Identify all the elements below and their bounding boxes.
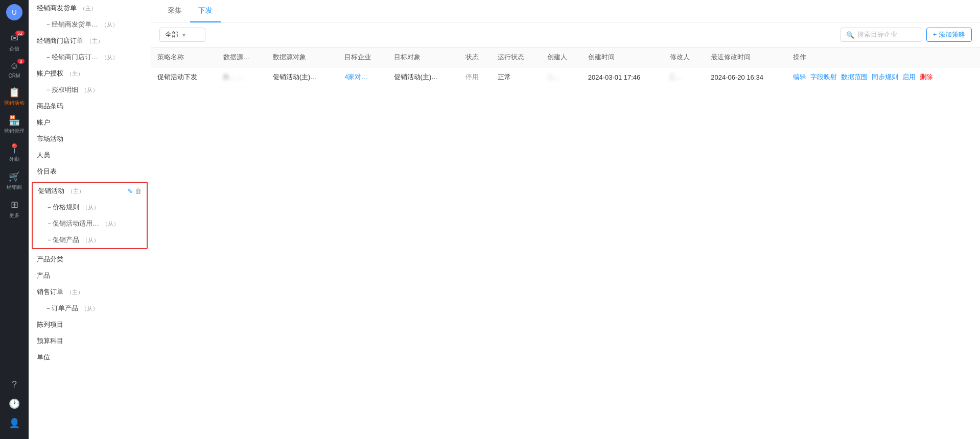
edit-icon[interactable]: ✎ bbox=[127, 187, 133, 195]
cell-actions: 编辑 字段映射 数据范围 同步规则 启用 删除 bbox=[787, 67, 980, 87]
tree-item-label: －促销活动适用… bbox=[46, 219, 99, 228]
search-enterprise-input[interactable]: 🔍 搜索目标企业 bbox=[841, 28, 922, 42]
sidebar-item-email[interactable]: ✉ 企信 52 bbox=[0, 29, 29, 57]
sidebar-item-field[interactable]: 📍 外勤 bbox=[0, 139, 29, 167]
tree-item-label: 陈列项目 bbox=[37, 320, 63, 329]
tree-item-dealer-store-order[interactable]: 经销商门店订单 （主） bbox=[29, 33, 151, 49]
field-mapping-action[interactable]: 字段映射 bbox=[810, 72, 837, 82]
col-target-enterprise: 目标企业 bbox=[338, 47, 387, 67]
tree-panel: 经销商发货单 （主） －经销商发货单… （从） 经销商门店订单 （主） －经销商… bbox=[29, 0, 151, 439]
tree-item-label: 经销商门店订单 bbox=[37, 36, 83, 45]
tree-item-label: 人员 bbox=[37, 151, 50, 160]
sidebar-item-history[interactable]: 🕐 bbox=[9, 394, 20, 413]
sidebar-item-ecom[interactable]: 🛒 经销商 bbox=[0, 167, 29, 195]
tree-item-promo-product[interactable]: －促销产品 （从） bbox=[33, 232, 147, 248]
tree-item-label: 市场活动 bbox=[37, 134, 63, 143]
cell-run-status: 正常 bbox=[492, 67, 541, 87]
sync-rule-action[interactable]: 同步规则 bbox=[872, 72, 898, 82]
tree-item-label: 账户 bbox=[37, 118, 50, 127]
tab-collect-label: 采集 bbox=[168, 6, 182, 14]
tab-distribute-label: 下发 bbox=[198, 6, 213, 14]
avatar: U bbox=[6, 4, 22, 20]
more-icon: ⊞ bbox=[11, 199, 18, 210]
tree-item-label: 产品 bbox=[37, 271, 50, 280]
tree-item-order-product[interactable]: －订单产品 （从） bbox=[29, 300, 151, 316]
sidebar-item-marketing-mgmt[interactable]: 🏪 营销管理 bbox=[0, 111, 29, 139]
field-icon: 📍 bbox=[9, 143, 20, 154]
sidebar-item-more[interactable]: ⊞ 更多 bbox=[0, 195, 29, 223]
col-run-status: 运行状态 bbox=[492, 47, 541, 67]
tree-item-label: 价目表 bbox=[37, 167, 57, 176]
tree-item-product-barcode[interactable]: 商品条码 bbox=[29, 98, 151, 114]
cell-data-source: 数… … bbox=[217, 67, 266, 87]
tree-item-price-list[interactable]: 价目表 bbox=[29, 163, 151, 180]
sidebar-item-marketing-activity[interactable]: 📋 营销活动 bbox=[0, 83, 29, 111]
tree-item-label: －促销产品 bbox=[46, 235, 79, 245]
tree-item-market-activity[interactable]: 市场活动 bbox=[29, 131, 151, 147]
tree-item-dealer-invoice[interactable]: 经销商发货单 （主） bbox=[29, 0, 151, 16]
tree-item-promo-apply[interactable]: －促销活动适用… （从） bbox=[33, 215, 147, 232]
sidebar-item-crm[interactable]: ☺ CRM 8 bbox=[0, 57, 29, 83]
tree-item-exclusion[interactable]: 陈列项目 bbox=[29, 316, 151, 333]
col-actions: 操作 bbox=[787, 47, 980, 67]
search-icon: 🔍 bbox=[846, 31, 854, 39]
table-row: 促销活动下发 数… … 促销活动(主)… 4家对… 促销活动(主)… 停用 正常… bbox=[151, 67, 980, 87]
tree-item-label: －订单产品 bbox=[45, 304, 78, 313]
tree-item-account-auth[interactable]: 账户授权 （主） bbox=[29, 65, 151, 82]
edit-action[interactable]: 编辑 bbox=[793, 72, 806, 82]
enable-action[interactable]: 启用 bbox=[902, 72, 916, 82]
user-icon: 👤 bbox=[9, 418, 20, 429]
sidebar-item-label: 经销商 bbox=[7, 184, 22, 191]
ecom-icon: 🛒 bbox=[9, 171, 20, 182]
search-placeholder: 搜索目标企业 bbox=[857, 30, 897, 39]
col-data-source-obj: 数据源对象 bbox=[267, 47, 338, 67]
email-badge: 52 bbox=[15, 31, 25, 36]
tree-item-label: 商品条码 bbox=[37, 102, 63, 111]
tree-item-dealer-invoice-sub[interactable]: －经销商发货单… （从） bbox=[29, 16, 151, 33]
delete-action[interactable]: 删除 bbox=[920, 72, 933, 82]
tree-item-actions: ✎ 🗑 bbox=[127, 187, 142, 195]
target-enterprise-link[interactable]: 4家对… bbox=[344, 73, 368, 81]
cell-create-time: 2024-03-01 17:46 bbox=[582, 67, 664, 87]
data-range-action[interactable]: 数据范围 bbox=[841, 72, 868, 82]
sidebar-item-label: 营销管理 bbox=[4, 128, 25, 135]
tree-item-sales-order[interactable]: 销售订单 （主） bbox=[29, 284, 151, 300]
sidebar-item-user[interactable]: 👤 bbox=[9, 413, 20, 433]
marketing-activity-icon: 📋 bbox=[9, 87, 20, 98]
tab-collect[interactable]: 采集 bbox=[159, 0, 190, 22]
toolbar-left: 全部 ▼ bbox=[159, 28, 205, 42]
tree-item-personnel[interactable]: 人员 bbox=[29, 147, 151, 163]
cell-target-obj: 促销活动(主)… bbox=[388, 67, 459, 87]
cell-target-enterprise[interactable]: 4家对… bbox=[338, 67, 387, 87]
cell-creator: 二… bbox=[541, 67, 582, 87]
filter-select[interactable]: 全部 ▼ bbox=[159, 28, 205, 42]
tab-distribute[interactable]: 下发 bbox=[190, 0, 221, 22]
col-modify-time: 最近修改时间 bbox=[705, 47, 787, 67]
cell-strategy-name: 促销活动下发 bbox=[151, 67, 217, 87]
col-creator: 创建人 bbox=[541, 47, 582, 67]
sidebar-item-label: 外勤 bbox=[9, 156, 19, 163]
tabs-bar: 采集 下发 bbox=[151, 0, 980, 22]
chevron-down-icon: ▼ bbox=[181, 32, 186, 38]
tree-item-price-rule[interactable]: －价格规则 （从） bbox=[33, 199, 147, 215]
tree-item-label: －经销商发货单… bbox=[45, 20, 98, 29]
tree-item-account[interactable]: 账户 bbox=[29, 114, 151, 131]
delete-icon[interactable]: 🗑 bbox=[135, 187, 142, 195]
tree-item-promo-activity[interactable]: 促销活动 （主） ✎ 🗑 bbox=[33, 183, 147, 199]
icon-bar: U ✉ 企信 52 ☺ CRM 8 📋 营销活动 🏪 营销管理 📍 外勤 🛒 经… bbox=[0, 0, 29, 439]
tree-item-budget-subject[interactable]: 预算科目 bbox=[29, 333, 151, 349]
toolbar-right: 🔍 搜索目标企业 + 添加策略 bbox=[841, 28, 972, 42]
col-create-time: 创建时间 bbox=[582, 47, 664, 67]
sidebar-item-help[interactable]: ? bbox=[9, 375, 20, 394]
sidebar-item-label: 营销活动 bbox=[4, 100, 25, 107]
filter-select-value: 全部 bbox=[165, 30, 178, 39]
cell-data-source-obj: 促销活动(主)… bbox=[267, 67, 338, 87]
tree-item-dealer-store-order-sub[interactable]: －经销商门店订… （从） bbox=[29, 49, 151, 65]
add-strategy-button[interactable]: + 添加策略 bbox=[926, 28, 972, 42]
col-target-obj: 目标对象 bbox=[388, 47, 459, 67]
col-status: 状态 bbox=[459, 47, 492, 67]
tree-item-product[interactable]: 产品 bbox=[29, 267, 151, 284]
tree-item-product-category[interactable]: 产品分类 bbox=[29, 251, 151, 267]
tree-item-unit[interactable]: 单位 bbox=[29, 349, 151, 365]
tree-item-auth-detail[interactable]: －授权明细 （从） bbox=[29, 82, 151, 98]
